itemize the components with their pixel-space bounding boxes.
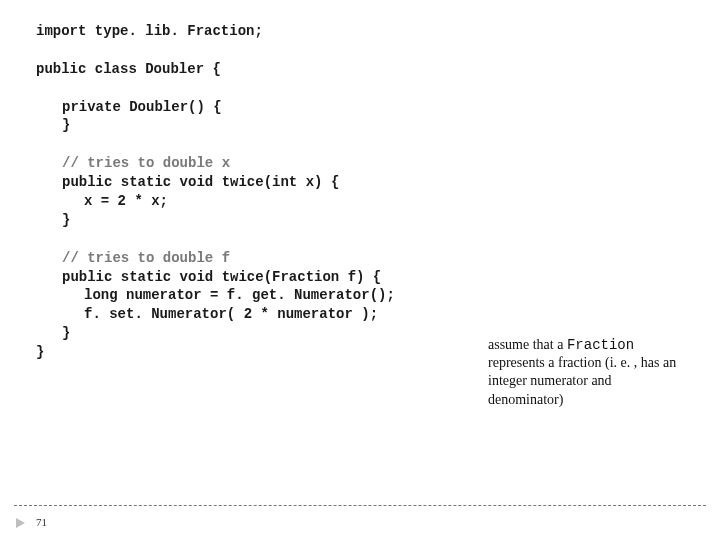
ctor: Doubler() { [129,99,221,115]
brace-close: } [62,212,70,228]
brace-close: } [36,344,44,360]
brace: { [204,61,221,77]
brace-close: } [62,117,70,133]
kw-class: public class [36,61,145,77]
divider [14,505,706,506]
note-text: assume that a [488,337,567,352]
kw-long: long [84,287,126,303]
kw-psv: public static void [62,174,222,190]
note-mono: Fraction [567,337,634,353]
code-block: import type. lib. Fraction; public class… [36,22,395,362]
stmt: f. set. Numerator( 2 * numerator ); [84,306,378,322]
side-note: assume that a Fraction represents a frac… [488,336,688,409]
class-name: Doubler [145,61,204,77]
kw-private: private [62,99,129,115]
brace-close: } [62,325,70,341]
method: twice(Fraction f) { [222,269,382,285]
stmt: numerator = f. get. Numerator(); [126,287,395,303]
arrow-icon [16,518,25,528]
page-number: 71 [36,516,47,528]
kw-int: int [272,174,306,190]
method: twice( [222,174,272,190]
code-text: type. lib. Fraction; [86,23,262,39]
stmt: x = 2 * x; [84,193,168,209]
comment: // tries to double f [62,250,230,266]
kw-import: import [36,23,86,39]
param: x) { [306,174,340,190]
note-text-2: represents a fraction (i. e. , has an in… [488,355,676,406]
kw-psv: public static void [62,269,222,285]
comment: // tries to double x [62,155,230,171]
